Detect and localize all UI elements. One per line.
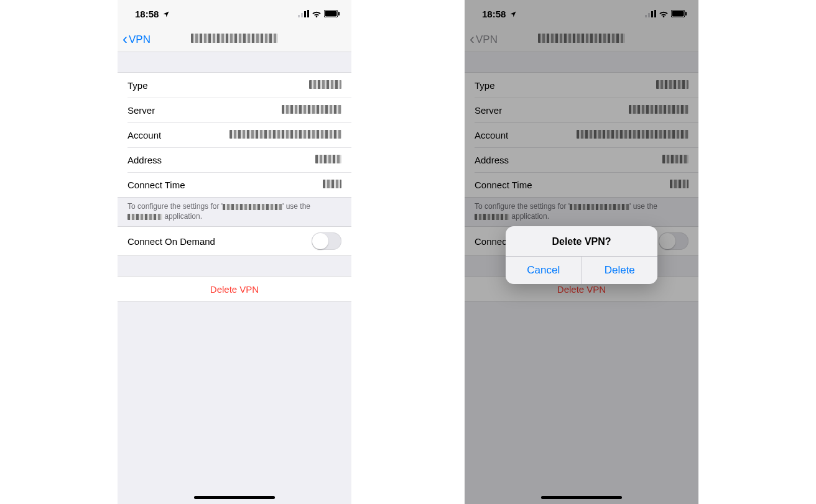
row-connect-on-demand[interactable]: Connect On Demand xyxy=(118,227,351,255)
row-account: Account xyxy=(128,122,351,147)
row-type: Type xyxy=(118,73,351,98)
page-title xyxy=(118,34,351,46)
status-time: 18:58 xyxy=(135,9,159,19)
row-address: Address xyxy=(128,147,351,172)
connect-on-demand-group: Connect On Demand xyxy=(118,226,351,256)
wifi-icon xyxy=(312,9,322,19)
alert-title: Delete VPN? xyxy=(506,226,657,256)
vpn-info-group: Type Server Account Address Connect Time xyxy=(118,72,351,198)
svg-rect-1 xyxy=(325,11,337,16)
cellular-icon xyxy=(298,10,309,17)
nav-bar: ‹ VPN xyxy=(118,27,351,52)
row-connect-time: Connect Time xyxy=(128,172,351,197)
delete-group: Delete VPN xyxy=(118,276,351,302)
connect-on-demand-toggle[interactable] xyxy=(312,232,341,250)
row-server: Server xyxy=(128,98,351,122)
phone-screen-1: 18:58 ‹ VPN xyxy=(118,0,351,504)
svg-rect-2 xyxy=(338,12,340,16)
home-indicator[interactable] xyxy=(194,496,275,499)
back-button[interactable]: ‹ VPN xyxy=(118,32,151,47)
battery-icon xyxy=(324,9,340,19)
delete-confirm-alert: Delete VPN? Cancel Delete xyxy=(506,226,657,284)
phone-screen-2: 18:58 ‹ VPN xyxy=(465,0,698,504)
alert-cancel-button[interactable]: Cancel xyxy=(506,257,582,284)
status-bar: 18:58 xyxy=(118,0,351,27)
alert-delete-button[interactable]: Delete xyxy=(582,257,658,284)
config-footer-note: To configure the settings for '' use the… xyxy=(118,198,351,226)
back-label: VPN xyxy=(129,34,151,46)
location-icon xyxy=(162,9,170,20)
delete-vpn-button[interactable]: Delete VPN xyxy=(118,277,351,301)
chevron-left-icon: ‹ xyxy=(123,32,128,47)
